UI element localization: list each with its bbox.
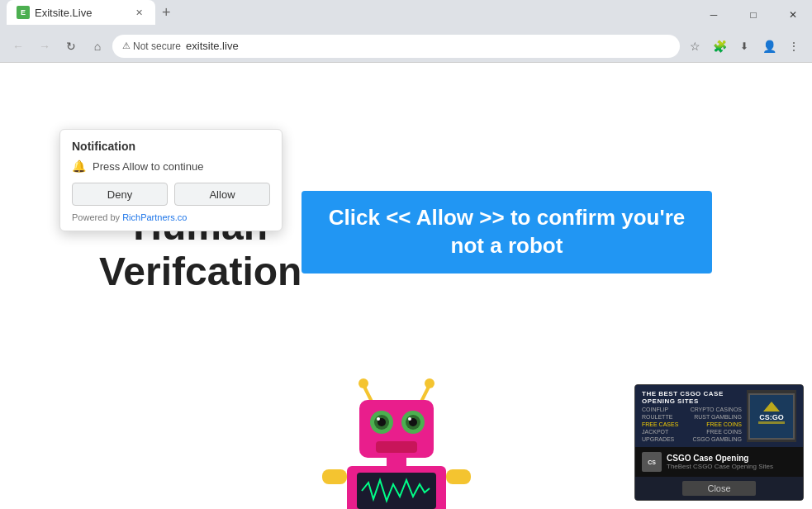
svg-point-12 (408, 417, 411, 421)
csgo-small-logo: CS (642, 452, 662, 472)
notification-buttons: Deny Allow (72, 183, 270, 206)
forward-button[interactable]: → (33, 35, 56, 58)
svg-rect-13 (376, 441, 417, 453)
csgo-menu-item: ROULETTE RUST GAMBLING (642, 414, 742, 420)
address-bar: ← → ↻ ⌂ ⚠ Not secure exitsite.live ☆ 🧩 ⬇… (0, 30, 812, 63)
close-window-button[interactable]: ✕ (774, 0, 812, 30)
warning-icon: ⚠ (122, 40, 131, 51)
svg-rect-14 (387, 458, 406, 466)
csgo-info-sub: TheBest CSGO Case Opening Sites (667, 463, 796, 470)
heading-line2: Verifcation (99, 249, 302, 294)
tab-close-button[interactable]: ✕ (132, 6, 145, 19)
powered-by: Powered by RichPartners.co (72, 212, 270, 222)
url-display: exitsite.live (186, 40, 239, 52)
page-content: Human Verifcation Click << Allow >> to c… (0, 63, 812, 509)
richpartners-link[interactable]: RichPartners.co (122, 212, 187, 222)
not-secure-label: Not secure (133, 40, 181, 52)
bell-icon: 🔔 (72, 159, 86, 173)
deny-button[interactable]: Deny (72, 183, 168, 206)
svg-point-8 (377, 417, 380, 421)
back-button[interactable]: ← (7, 35, 30, 58)
notification-popup: Notification 🔔 Press Allow to continue D… (59, 129, 283, 231)
svg-rect-20 (322, 469, 347, 484)
csgo-info-name: CSGO Case Opening (667, 454, 796, 463)
refresh-button[interactable]: ↻ (59, 35, 83, 58)
svg-point-1 (359, 378, 368, 388)
powered-by-text: Powered by (72, 212, 122, 222)
robot-image (322, 377, 471, 509)
not-secure-indicator: ⚠ Not secure (122, 40, 181, 52)
new-tab-button[interactable]: + (155, 0, 178, 25)
svg-text:CS:GO: CS:GO (759, 413, 784, 421)
csgo-banner-title: THE BEST CSGO CASE OPENING SITES (642, 390, 742, 405)
csgo-menu-item: JACKPOT FREE COINS (642, 429, 742, 435)
home-button[interactable]: ⌂ (86, 35, 109, 58)
downloads-button[interactable]: ⬇ (733, 35, 756, 58)
address-bar-icons: ☆ 🧩 ⬇ 👤 ⋮ (683, 35, 805, 58)
csgo-close-row: Close (635, 477, 803, 500)
browser-frame: E Exitsite.Live ✕ + ─ □ ✕ ← → ↻ ⌂ ⚠ Not … (0, 0, 812, 509)
csgo-logo: CS:GO (748, 393, 795, 440)
notification-message: 🔔 Press Allow to continue (72, 159, 270, 173)
allow-button[interactable]: Allow (174, 183, 270, 206)
csgo-banner: THE BEST CSGO CASE OPENING SITES COINFLI… (635, 385, 803, 447)
svg-point-3 (425, 378, 434, 388)
csgo-menu-list: THE BEST CSGO CASE OPENING SITES COINFLI… (642, 390, 747, 442)
csgo-menu-item: COINFLIP CRYPTO CASINOS (642, 407, 742, 412)
profile-button[interactable]: 👤 (757, 35, 781, 58)
tab-title: Exitsite.Live (35, 7, 92, 19)
csgo-close-button[interactable]: Close (682, 481, 755, 496)
svg-rect-21 (446, 469, 471, 484)
active-tab[interactable]: E Exitsite.Live ✕ (7, 0, 155, 25)
menu-button[interactable]: ⋮ (782, 35, 805, 58)
minimize-button[interactable]: ─ (695, 0, 733, 30)
csgo-popup: THE BEST CSGO CASE OPENING SITES COINFLI… (634, 384, 804, 501)
tab-favicon: E (17, 6, 30, 19)
csgo-logo-area: CS:GO (747, 390, 796, 442)
notification-title: Notification (72, 140, 270, 153)
csgo-menu-item: UPGRADES CSGO GAMBLING (642, 436, 742, 442)
confirmation-box: Click << Allow >> to confirm you're not … (302, 191, 712, 274)
csgo-info-text: CSGO Case Opening TheBest CSGO Case Open… (667, 454, 796, 470)
confirmation-text: Click << Allow >> to confirm you're not … (315, 204, 699, 260)
window-controls: ─ □ ✕ (695, 0, 812, 30)
csgo-info-row: CS CSGO Case Opening TheBest CSGO Case O… (635, 447, 803, 477)
extensions-button[interactable]: 🧩 (708, 35, 731, 58)
address-bar-input[interactable]: ⚠ Not secure exitsite.live (112, 35, 680, 58)
maximize-button[interactable]: □ (734, 0, 772, 30)
notification-message-text: Press Allow to continue (93, 160, 203, 173)
bookmark-button[interactable]: ☆ (683, 35, 706, 58)
svg-rect-29 (758, 421, 785, 424)
csgo-menu-item-free: FREE CASES FREE COINS (642, 421, 742, 427)
